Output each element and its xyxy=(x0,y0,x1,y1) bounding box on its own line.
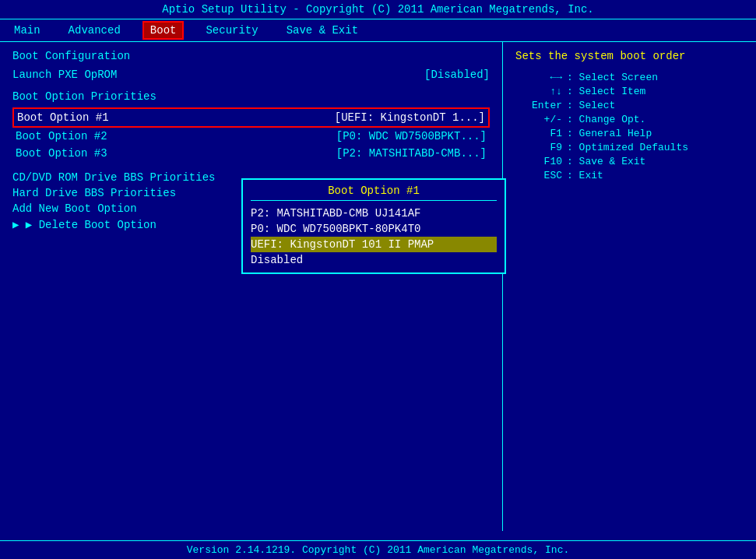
right-panel: Sets the system boot order ←→: Select Sc… xyxy=(502,42,756,531)
boot-config-title: Boot Configuration xyxy=(12,50,490,62)
boot-option-row[interactable]: Boot Option #3[P2: MATSHITABD-CMB...] xyxy=(12,145,490,162)
menu-bar: MainAdvancedBootSecuritySave & Exit xyxy=(0,19,756,42)
boot-option-value: [P0: WDC WD7500BPKT...] xyxy=(336,130,487,142)
key-help-row: ↑↓: Select Item xyxy=(515,86,744,97)
key-label: ←→ xyxy=(515,72,562,83)
menu-item-main[interactable]: Main xyxy=(8,23,47,38)
boot-options-list: Boot Option #1[UEFI: KingstonDT 1...]Boo… xyxy=(12,107,490,162)
menu-item-security[interactable]: Security xyxy=(199,23,264,38)
title-bar: Aptio Setup Utility - Copyright (C) 2011… xyxy=(0,0,756,19)
menu-item-save-exit[interactable]: Save & Exit xyxy=(280,23,364,38)
key-help-row: F9: Optimized Defaults xyxy=(515,142,744,153)
bottom-text: Version 2.14.1219. Copyright (C) 2011 Am… xyxy=(187,544,569,556)
key-help-row: F10: Save & Exit xyxy=(515,156,744,167)
launch-pxe-row: Launch PXE OpROM [Disabled] xyxy=(12,67,490,83)
launch-pxe-value: [Disabled] xyxy=(424,69,490,81)
key-desc: : Optimized Defaults xyxy=(567,142,688,153)
key-label: ↑↓ xyxy=(515,86,562,97)
key-desc: : Select xyxy=(567,100,615,111)
popup-option[interactable]: Disabled xyxy=(251,252,497,268)
key-label: F9 xyxy=(515,142,562,153)
popup-option[interactable]: P0: WDC WD7500BPKT-80PK4T0 xyxy=(251,221,497,237)
key-help-row: +/-: Change Opt. xyxy=(515,114,744,125)
key-label: F10 xyxy=(515,156,562,167)
key-help-row: ESC: Exit xyxy=(515,170,744,181)
title-text: Aptio Setup Utility - Copyright (C) 2011… xyxy=(162,3,594,16)
boot-option-value: [UEFI: KingstonDT 1...] xyxy=(335,111,485,124)
key-help-row: Enter: Select xyxy=(515,100,744,111)
dropdown-popup[interactable]: Boot Option #1 P2: MATSHITABD-CMB UJ141A… xyxy=(241,178,506,274)
boot-priorities-title: Boot Option Priorities xyxy=(12,90,490,103)
key-label: +/- xyxy=(515,114,562,125)
key-help-row: F1: General Help xyxy=(515,128,744,139)
popup-option[interactable]: P2: MATSHITABD-CMB UJ141AF xyxy=(251,206,497,221)
bottom-bar: Version 2.14.1219. Copyright (C) 2011 Am… xyxy=(0,540,756,559)
help-text: Sets the system boot order xyxy=(515,50,744,62)
boot-option-value: [P2: MATSHITABD-CMB...] xyxy=(336,147,487,160)
boot-option-label: Boot Option #1 xyxy=(17,111,109,124)
key-label: ESC xyxy=(515,170,562,181)
key-label: Enter xyxy=(515,100,562,111)
key-desc: : Change Opt. xyxy=(567,114,645,125)
main-content: Boot Configuration Launch PXE OpROM [Dis… xyxy=(0,42,756,531)
popup-option[interactable]: UEFI: KingstonDT 101 II PMAP xyxy=(251,237,497,252)
menu-item-advanced[interactable]: Advanced xyxy=(62,23,127,38)
left-panel: Boot Configuration Launch PXE OpROM [Dis… xyxy=(0,42,502,531)
key-desc: : Select Item xyxy=(567,86,645,97)
boot-option-label: Boot Option #2 xyxy=(16,130,107,142)
key-desc: : General Help xyxy=(567,128,652,139)
boot-option-label: Boot Option #3 xyxy=(16,147,107,160)
key-help-list: ←→: Select Screen↑↓: Select ItemEnter: S… xyxy=(515,72,744,181)
boot-option-row[interactable]: Boot Option #2[P0: WDC WD7500BPKT...] xyxy=(12,128,490,145)
key-desc: : Save & Exit xyxy=(567,156,645,167)
key-desc: : Exit xyxy=(567,170,603,181)
key-desc: : Select Screen xyxy=(567,72,658,83)
launch-pxe-label: Launch PXE OpROM xyxy=(12,69,117,81)
popup-title: Boot Option #1 xyxy=(251,185,497,201)
key-help-row: ←→: Select Screen xyxy=(515,72,744,83)
popup-options: P2: MATSHITABD-CMB UJ141AFP0: WDC WD7500… xyxy=(251,206,497,268)
menu-item-boot[interactable]: Boot xyxy=(142,21,185,40)
key-label: F1 xyxy=(515,128,562,139)
boot-option-row[interactable]: Boot Option #1[UEFI: KingstonDT 1...] xyxy=(12,107,490,128)
